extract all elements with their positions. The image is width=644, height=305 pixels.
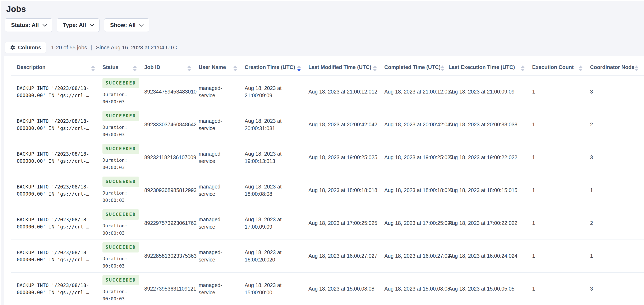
- sort-desc-icon: [634, 69, 638, 71]
- last-modified-cell: Aug 18, 2023 at 21:00:12:012: [308, 75, 384, 108]
- job-description: BACKUP INTO '/2023/08/18- 000000.00' IN …: [17, 150, 94, 165]
- creation-time-cell: Aug 18, 2023 at 18:00:08:08: [245, 174, 308, 207]
- sort-icons: [187, 66, 191, 71]
- creation-time-cell: Aug 18, 2023 at 16:00:20:020: [245, 239, 308, 272]
- creation-time-cell: Aug 18, 2023 at 21:00:09:09: [245, 75, 308, 108]
- duration-value: 00:00:03: [102, 229, 136, 237]
- jobs-table-card: Description Status Job ID User Name: [4, 56, 644, 305]
- creation-time-cell: Aug 18, 2023 at 17:00:09:09: [245, 207, 308, 239]
- execution-count-cell: 1: [532, 239, 590, 272]
- status-cell: SUCCEEDED Duration: 00:00:03: [102, 207, 144, 239]
- coordinator-node-cell: 2: [590, 108, 644, 141]
- sort-desc-icon: [297, 69, 301, 71]
- execution-count-cell: 1: [532, 108, 590, 141]
- status-badge: SUCCEEDED: [102, 78, 139, 88]
- jobs-table: Description Status Job ID User Name: [11, 56, 644, 305]
- duration-label: Duration:: [102, 189, 136, 197]
- page-title: Jobs: [6, 4, 644, 14]
- column-header-label: Status: [102, 64, 118, 72]
- sort-asc-icon: [233, 66, 237, 68]
- sort-icons: [440, 66, 444, 71]
- duration-block: Duration: 00:00:03: [102, 222, 136, 237]
- duration-block: Duration: 00:00:03: [102, 91, 136, 105]
- columns-button-label: Columns: [18, 44, 41, 51]
- duration-label: Duration:: [102, 288, 136, 295]
- execution-count-cell: 1: [532, 141, 590, 174]
- column-header[interactable]: Creation Time (UTC): [245, 56, 308, 75]
- last-execution-cell: Aug 18, 2023 at 16:00:24:024: [448, 239, 532, 272]
- last-modified-cell: Aug 18, 2023 at 16:00:27:027: [308, 239, 384, 272]
- duration-label: Duration:: [102, 156, 136, 164]
- user-name-cell: managed-service: [199, 174, 245, 207]
- last-execution-cell: Aug 18, 2023 at 20:00:38:038: [448, 108, 532, 141]
- last-execution-cell: Aug 18, 2023 at 19:00:22:022: [448, 141, 532, 174]
- job-id-cell: 892333037460848642: [144, 108, 199, 141]
- user-name-cell: managed-service: [199, 207, 245, 239]
- status-cell: SUCCEEDED Duration: 00:00:03: [102, 141, 144, 174]
- gear-icon: [10, 45, 16, 50]
- sort-desc-icon: [91, 69, 95, 71]
- job-description: BACKUP INTO '/2023/08/18- 000000.00' IN …: [17, 118, 94, 132]
- execution-count-cell: 1: [532, 272, 590, 305]
- column-header-label: Description: [17, 64, 46, 72]
- creation-time-cell: Aug 18, 2023 at 20:00:31:031: [245, 108, 308, 141]
- sort-desc-icon: [440, 69, 444, 71]
- duration-value: 00:00:03: [102, 164, 136, 171]
- show-filter-label: Show: All: [110, 22, 136, 29]
- column-header-label: Execution Count: [532, 64, 574, 72]
- sort-desc-icon: [187, 69, 191, 71]
- last-modified-cell: Aug 18, 2023 at 20:00:42:042: [308, 108, 384, 141]
- last-execution-cell: Aug 18, 2023 at 15:00:05:05: [448, 272, 532, 305]
- sort-icons: [91, 66, 95, 71]
- sort-icons: [133, 66, 137, 71]
- column-header-label: Last Modified Time (UTC): [308, 64, 371, 72]
- column-header[interactable]: Last Execution Time (UTC): [448, 56, 532, 75]
- column-header[interactable]: Coordinator Node: [590, 56, 644, 75]
- last-modified-cell: Aug 18, 2023 at 15:00:08:08: [308, 272, 384, 305]
- sort-icons: [297, 66, 301, 71]
- sort-desc-icon: [133, 69, 137, 71]
- sort-asc-icon: [133, 66, 137, 68]
- table-row: BACKUP INTO '/2023/08/18- 000000.00' IN …: [11, 207, 644, 239]
- table-row: BACKUP INTO '/2023/08/18- 000000.00' IN …: [11, 75, 644, 108]
- column-header[interactable]: User Name: [199, 56, 245, 75]
- status-filter-label: Status: All: [11, 22, 39, 29]
- sort-desc-icon: [521, 69, 524, 71]
- status-cell: SUCCEEDED Duration: 00:00:03: [102, 75, 144, 108]
- column-header[interactable]: Last Modified Time (UTC): [308, 56, 384, 75]
- table-row: BACKUP INTO '/2023/08/18- 000000.00' IN …: [11, 174, 644, 207]
- status-filter-dropdown[interactable]: Status: All: [5, 19, 52, 32]
- sort-asc-icon: [440, 66, 444, 68]
- completed-time-cell: Aug 18, 2023 at 18:00:18:018: [384, 174, 448, 207]
- duration-value: 00:00:03: [102, 197, 136, 204]
- coordinator-node-cell: 3: [590, 272, 644, 305]
- last-execution-cell: Aug 18, 2023 at 21:00:09:09: [448, 75, 532, 108]
- column-header[interactable]: Completed Time (UTC): [384, 56, 448, 75]
- column-header[interactable]: Description: [11, 56, 102, 75]
- column-header-label: Coordinator Node: [590, 64, 634, 72]
- status-badge: SUCCEEDED: [102, 209, 139, 220]
- completed-time-cell: Aug 18, 2023 at 21:00:12:012: [384, 75, 448, 108]
- sort-icons: [233, 66, 237, 71]
- status-cell: SUCCEEDED Duration: 00:00:03: [102, 272, 144, 305]
- user-name-cell: managed-service: [199, 272, 245, 305]
- columns-button[interactable]: Columns: [5, 42, 46, 53]
- user-name-cell: managed-service: [199, 108, 245, 141]
- job-id-cell: 892285813023375363: [144, 239, 199, 272]
- column-header[interactable]: Execution Count: [532, 56, 590, 75]
- last-modified-cell: Aug 18, 2023 at 17:00:25:025: [308, 207, 384, 239]
- job-description: BACKUP INTO '/2023/08/18- 000000.00' IN …: [17, 249, 94, 263]
- column-header-label: Last Execution Time (UTC): [448, 64, 515, 72]
- sort-asc-icon: [579, 66, 582, 68]
- type-filter-dropdown[interactable]: Type: All: [57, 19, 100, 32]
- duration-label: Duration:: [102, 91, 136, 98]
- user-name-cell: managed-service: [199, 141, 245, 174]
- column-header[interactable]: Job ID: [144, 56, 199, 75]
- duration-block: Duration: 00:00:03: [102, 189, 136, 204]
- sort-icons: [634, 66, 638, 71]
- column-header[interactable]: Status: [102, 56, 144, 75]
- show-filter-dropdown[interactable]: Show: All: [104, 19, 149, 32]
- sort-desc-icon: [579, 69, 582, 71]
- description-cell: BACKUP INTO '/2023/08/18- 000000.00' IN …: [11, 207, 102, 239]
- last-execution-cell: Aug 18, 2023 at 18:00:15:015: [448, 174, 532, 207]
